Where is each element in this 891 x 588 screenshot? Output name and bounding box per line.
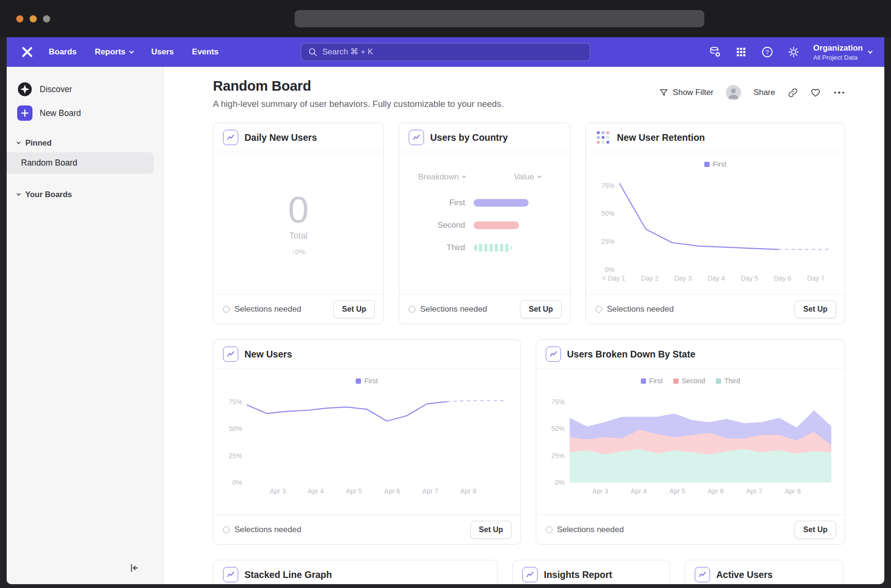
nav-item-users[interactable]: Users <box>151 47 174 57</box>
window-titlebar <box>0 0 891 37</box>
legend-swatch <box>356 378 361 384</box>
zoom-window-button[interactable] <box>43 15 50 22</box>
card-title: New Users <box>244 349 292 360</box>
card-grid: Daily New Users 0 Total ↑0% Selections n… <box>213 123 845 584</box>
card-title: Insights Report <box>544 569 612 580</box>
funnel-icon <box>659 88 668 97</box>
insight-chart-icon <box>695 567 710 582</box>
sidebar-item-discover[interactable]: Discover <box>7 77 163 101</box>
empty-circle-icon <box>546 526 552 533</box>
card-row-2: New Users First 75% 50% <box>213 339 845 545</box>
retention-grid-icon <box>595 130 611 145</box>
legend-swatch <box>641 378 646 384</box>
collapse-left-icon <box>128 562 139 574</box>
show-filter-button[interactable]: Show Filter <box>659 88 713 97</box>
insight-chart-icon <box>522 567 538 582</box>
nav-item-events[interactable]: Events <box>192 47 219 57</box>
sidebar-item-new-board[interactable]: New Board <box>7 101 163 125</box>
insight-chart-icon <box>546 346 561 362</box>
chevron-down-icon <box>17 191 21 195</box>
org-switcher[interactable]: Organization All Project Data <box>813 43 872 61</box>
status-selections-needed: Selections needed <box>409 304 487 314</box>
page-title: Random Board <box>213 78 504 94</box>
sidebar-item-label: New Board <box>40 108 81 118</box>
board-header: Random Board A high-level summary of use… <box>213 78 845 109</box>
traffic-lights <box>16 15 50 22</box>
card-row-1: Daily New Users 0 Total ↑0% Selections n… <box>213 123 845 324</box>
card-title: Stacked Line Graph <box>244 569 332 580</box>
org-name: Organization <box>813 43 863 53</box>
empty-circle-icon <box>223 306 230 313</box>
minimize-window-button[interactable] <box>30 15 37 22</box>
set-up-button[interactable]: Set Up <box>795 521 836 539</box>
chevron-down-icon <box>868 49 873 53</box>
heart-icon <box>810 87 821 98</box>
board-actions: Show Filter Share <box>659 85 845 100</box>
set-up-button[interactable]: Set Up <box>333 300 375 318</box>
more-options-button[interactable] <box>833 89 846 97</box>
card-title: Daily New Users <box>244 132 317 143</box>
page-subtitle: A high-level summary of user behaviors. … <box>213 99 504 109</box>
svg-text:?: ? <box>766 49 769 56</box>
card-title: Users Broken Down By State <box>567 349 696 360</box>
set-up-button[interactable]: Set Up <box>795 300 836 318</box>
nav-right: ? Organization All Project Data <box>708 43 872 61</box>
top-nav: Boards Reports Users Events <box>7 37 884 67</box>
avatar[interactable] <box>726 85 741 100</box>
legend-swatch <box>716 378 721 384</box>
set-up-button[interactable]: Set Up <box>470 521 512 539</box>
country-row: Second <box>399 220 570 230</box>
metric-caption: Total <box>289 231 308 241</box>
card-insights-report: Insights Report <box>512 560 670 584</box>
nav-item-reports[interactable]: Reports <box>95 47 133 57</box>
card-title: Active Users <box>716 569 773 580</box>
address-bar[interactable] <box>295 10 704 27</box>
insight-chart-icon <box>223 346 238 362</box>
bar-first <box>474 199 529 207</box>
card-title: Users by Country <box>430 132 508 143</box>
state-stacked-area-chart <box>570 391 832 483</box>
retention-line-chart <box>619 174 831 270</box>
legend-swatch <box>673 378 679 384</box>
sidebar-collapse-button[interactable] <box>126 560 141 576</box>
share-button[interactable]: Share <box>753 88 775 97</box>
apps-grid-icon[interactable] <box>734 45 748 59</box>
chart-legend: First <box>213 377 520 385</box>
mixpanel-logo-icon[interactable] <box>19 44 35 60</box>
chevron-down-icon <box>129 49 134 53</box>
card-users-by-state: Users Broken Down By State First Second … <box>536 339 846 545</box>
bar-second <box>474 221 519 229</box>
card-title: New User Retention <box>617 132 705 143</box>
sidebar-item-random-board[interactable]: Random Board <box>7 152 154 174</box>
favorite-button[interactable] <box>810 87 821 98</box>
close-window-button[interactable] <box>16 15 23 22</box>
copy-link-button[interactable] <box>788 88 798 98</box>
search-icon <box>308 47 318 57</box>
card-users-by-country: Users by Country Breakdown Value First <box>399 123 571 324</box>
metric-delta: ↑0% <box>291 248 305 256</box>
org-project: All Project Data <box>813 54 863 61</box>
settings-gear-icon[interactable] <box>787 45 800 59</box>
status-selections-needed: Selections needed <box>223 525 301 535</box>
set-up-button[interactable]: Set Up <box>520 300 562 318</box>
insight-chart-icon <box>223 567 238 582</box>
card-daily-new-users: Daily New Users 0 Total ↑0% Selections n… <box>213 123 384 324</box>
status-selections-needed: Selections needed <box>223 304 301 314</box>
help-icon[interactable]: ? <box>761 45 774 59</box>
insight-chart-icon <box>409 130 424 145</box>
value-dropdown[interactable]: Value <box>514 172 541 182</box>
empty-circle-icon <box>223 526 230 533</box>
insight-chart-icon <box>223 130 238 145</box>
bar-third <box>474 244 512 252</box>
data-management-icon[interactable] <box>708 45 721 59</box>
section-label: Your Boards <box>25 190 72 199</box>
card-active-users: Active Users <box>685 560 843 584</box>
breakdown-dropdown[interactable]: Breakdown <box>418 172 466 182</box>
country-row: First <box>399 198 570 208</box>
chevron-down-icon <box>462 174 466 178</box>
legend-swatch <box>704 162 710 167</box>
sidebar-section-pinned[interactable]: Pinned <box>7 134 163 152</box>
nav-item-boards[interactable]: Boards <box>49 47 77 57</box>
search-input[interactable] <box>322 47 583 57</box>
sidebar-section-your-boards[interactable]: Your Boards <box>7 185 163 204</box>
